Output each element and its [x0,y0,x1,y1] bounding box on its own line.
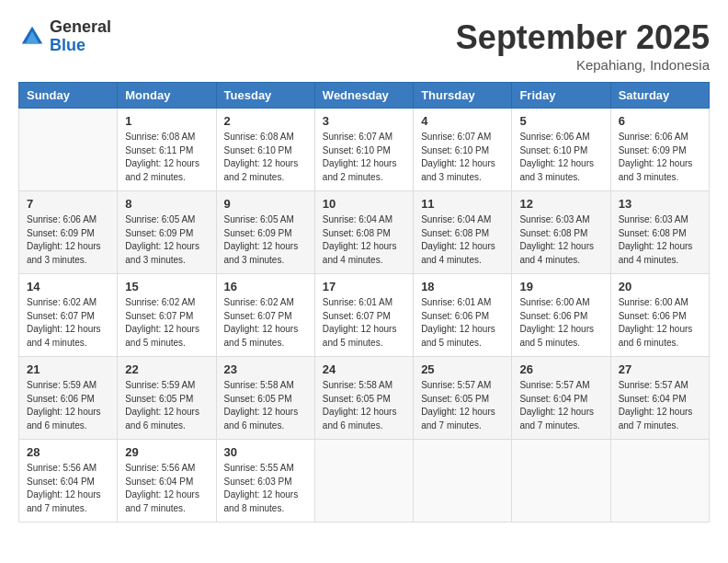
day-info: Sunrise: 5:57 AM Sunset: 6:04 PM Dayligh… [619,379,701,432]
day-number: 16 [224,280,307,293]
calendar-day: 10Sunrise: 6:04 AM Sunset: 6:08 PM Dayli… [314,191,413,274]
day-number: 21 [27,362,109,376]
day-number: 6 [619,114,701,128]
day-info: Sunrise: 6:06 AM Sunset: 6:10 PM Dayligh… [519,131,602,184]
title-block: September 2025 Kepahiang, Indonesia [456,18,710,73]
calendar-day: 30Sunrise: 5:55 AM Sunset: 6:03 PM Dayli… [216,440,314,523]
logo-text: General Blue [50,18,111,55]
day-info: Sunrise: 6:05 AM Sunset: 6:09 PM Dayligh… [224,213,307,267]
day-number: 20 [619,280,701,293]
calendar-day: 28Sunrise: 5:56 AM Sunset: 6:04 PM Dayli… [19,440,118,523]
calendar-day: 2Sunrise: 6:08 AM Sunset: 6:10 PM Daylig… [216,109,314,191]
day-number: 10 [323,197,405,211]
day-number: 24 [323,362,405,376]
day-number: 13 [619,197,701,211]
calendar-day: 9Sunrise: 6:05 AM Sunset: 6:09 PM Daylig… [216,191,314,274]
logo-icon [18,23,46,51]
calendar-table: SundayMondayTuesdayWednesdayThursdayFrid… [18,82,710,523]
calendar-day: 23Sunrise: 5:58 AM Sunset: 6:05 PM Dayli… [216,357,314,440]
day-number: 5 [519,114,602,128]
day-info: Sunrise: 6:03 AM Sunset: 6:08 PM Dayligh… [519,213,602,267]
day-number: 4 [421,114,504,128]
calendar-day: 18Sunrise: 6:01 AM Sunset: 6:06 PM Dayli… [414,274,512,357]
day-info: Sunrise: 6:03 AM Sunset: 6:08 PM Dayligh… [619,213,701,267]
weekday-header-tuesday: Tuesday [216,83,314,109]
day-info: Sunrise: 6:07 AM Sunset: 6:10 PM Dayligh… [421,131,504,184]
calendar-week-row: 14Sunrise: 6:02 AM Sunset: 6:07 PM Dayli… [19,274,710,357]
weekday-header-sunday: Sunday [19,83,118,109]
calendar-day [512,440,610,523]
calendar-day: 11Sunrise: 6:04 AM Sunset: 6:08 PM Dayli… [414,191,512,274]
day-number: 25 [421,362,504,376]
calendar-day: 5Sunrise: 6:06 AM Sunset: 6:10 PM Daylig… [512,109,610,191]
page-header: General Blue September 2025 Kepahiang, I… [18,18,710,73]
calendar-day [19,109,118,191]
day-number: 28 [27,445,109,459]
weekday-header-monday: Monday [118,83,216,109]
calendar-day: 21Sunrise: 5:59 AM Sunset: 6:06 PM Dayli… [19,357,118,440]
day-info: Sunrise: 5:58 AM Sunset: 6:05 PM Dayligh… [323,379,405,432]
day-number: 29 [125,445,208,459]
day-info: Sunrise: 6:02 AM Sunset: 6:07 PM Dayligh… [27,296,109,350]
day-number: 22 [125,362,208,376]
calendar-day: 14Sunrise: 6:02 AM Sunset: 6:07 PM Dayli… [19,274,118,357]
day-number: 1 [125,114,208,128]
day-info: Sunrise: 5:59 AM Sunset: 6:06 PM Dayligh… [27,379,109,432]
calendar-day: 26Sunrise: 5:57 AM Sunset: 6:04 PM Dayli… [512,357,610,440]
day-info: Sunrise: 5:57 AM Sunset: 6:05 PM Dayligh… [421,379,504,432]
calendar-day [610,440,709,523]
calendar-day [314,440,413,523]
day-number: 9 [224,197,307,211]
day-number: 26 [519,362,602,376]
calendar-day: 17Sunrise: 6:01 AM Sunset: 6:07 PM Dayli… [314,274,413,357]
day-info: Sunrise: 6:08 AM Sunset: 6:11 PM Dayligh… [125,131,208,184]
weekday-header-row: SundayMondayTuesdayWednesdayThursdayFrid… [19,83,710,109]
calendar-week-row: 7Sunrise: 6:06 AM Sunset: 6:09 PM Daylig… [19,191,710,274]
calendar-day: 3Sunrise: 6:07 AM Sunset: 6:10 PM Daylig… [314,109,413,191]
month-title: September 2025 [456,18,710,57]
calendar-day: 13Sunrise: 6:03 AM Sunset: 6:08 PM Dayli… [610,191,709,274]
day-number: 3 [323,114,405,128]
day-info: Sunrise: 6:01 AM Sunset: 6:06 PM Dayligh… [421,296,504,350]
day-number: 12 [519,197,602,211]
day-info: Sunrise: 5:59 AM Sunset: 6:05 PM Dayligh… [125,379,208,432]
day-number: 19 [519,280,602,293]
calendar-day: 20Sunrise: 6:00 AM Sunset: 6:06 PM Dayli… [610,274,709,357]
day-info: Sunrise: 6:08 AM Sunset: 6:10 PM Dayligh… [224,131,307,184]
day-info: Sunrise: 6:06 AM Sunset: 6:09 PM Dayligh… [619,131,701,184]
day-info: Sunrise: 6:00 AM Sunset: 6:06 PM Dayligh… [519,296,602,350]
calendar-day: 19Sunrise: 6:00 AM Sunset: 6:06 PM Dayli… [512,274,610,357]
day-number: 27 [619,362,701,376]
day-number: 14 [27,280,109,293]
day-info: Sunrise: 6:00 AM Sunset: 6:06 PM Dayligh… [619,296,701,350]
day-number: 18 [421,280,504,293]
day-info: Sunrise: 6:07 AM Sunset: 6:10 PM Dayligh… [323,131,405,184]
day-number: 8 [125,197,208,211]
calendar-day: 4Sunrise: 6:07 AM Sunset: 6:10 PM Daylig… [414,109,512,191]
calendar-week-row: 28Sunrise: 5:56 AM Sunset: 6:04 PM Dayli… [19,440,710,523]
calendar-day: 29Sunrise: 5:56 AM Sunset: 6:04 PM Dayli… [118,440,216,523]
calendar-day: 27Sunrise: 5:57 AM Sunset: 6:04 PM Dayli… [610,357,709,440]
day-info: Sunrise: 6:02 AM Sunset: 6:07 PM Dayligh… [224,296,307,350]
calendar-day: 25Sunrise: 5:57 AM Sunset: 6:05 PM Dayli… [414,357,512,440]
weekday-header-saturday: Saturday [610,83,709,109]
calendar-day: 8Sunrise: 6:05 AM Sunset: 6:09 PM Daylig… [118,191,216,274]
calendar-day: 12Sunrise: 6:03 AM Sunset: 6:08 PM Dayli… [512,191,610,274]
day-info: Sunrise: 5:58 AM Sunset: 6:05 PM Dayligh… [224,379,307,432]
weekday-header-thursday: Thursday [414,83,512,109]
calendar-week-row: 21Sunrise: 5:59 AM Sunset: 6:06 PM Dayli… [19,357,710,440]
day-number: 23 [224,362,307,376]
day-info: Sunrise: 6:04 AM Sunset: 6:08 PM Dayligh… [421,213,504,267]
calendar-day: 16Sunrise: 6:02 AM Sunset: 6:07 PM Dayli… [216,274,314,357]
day-info: Sunrise: 5:56 AM Sunset: 6:04 PM Dayligh… [27,462,109,515]
calendar-day: 7Sunrise: 6:06 AM Sunset: 6:09 PM Daylig… [19,191,118,274]
weekday-header-wednesday: Wednesday [314,83,413,109]
day-info: Sunrise: 5:56 AM Sunset: 6:04 PM Dayligh… [125,462,208,515]
day-info: Sunrise: 6:05 AM Sunset: 6:09 PM Dayligh… [125,213,208,267]
day-info: Sunrise: 6:01 AM Sunset: 6:07 PM Dayligh… [323,296,405,350]
calendar-day: 22Sunrise: 5:59 AM Sunset: 6:05 PM Dayli… [118,357,216,440]
day-info: Sunrise: 6:06 AM Sunset: 6:09 PM Dayligh… [27,213,109,267]
weekday-header-friday: Friday [512,83,610,109]
day-info: Sunrise: 5:57 AM Sunset: 6:04 PM Dayligh… [519,379,602,432]
logo: General Blue [18,18,111,55]
